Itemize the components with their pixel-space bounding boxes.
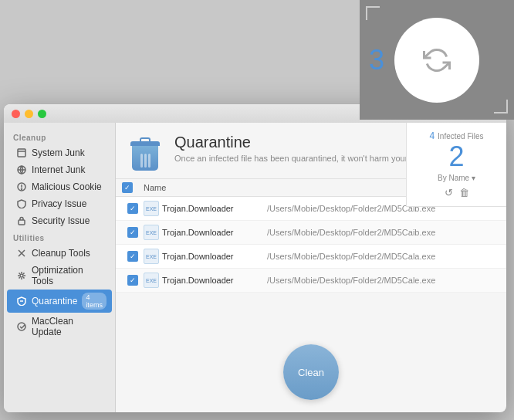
row-checkbox-2[interactable] (122, 227, 144, 238)
svg-point-5 (22, 189, 22, 190)
svg-rect-0 (18, 149, 25, 157)
quarantine-badge: 4 items (82, 293, 107, 310)
close-button[interactable] (12, 110, 20, 118)
sidebar-item-malicious-cookie[interactable]: Malicious Cookie (7, 178, 112, 195)
delete-action-icon[interactable]: 🗑 (459, 187, 469, 198)
security-issue-icon (16, 215, 27, 226)
row-checkbox-1[interactable] (122, 203, 144, 214)
infected-count: 2 (414, 143, 499, 171)
sidebar-item-privacy-issue[interactable]: Privacy Issue (7, 195, 112, 212)
row-name-3: Trojan.Downloader (162, 252, 267, 261)
system-junk-label: System Junk (32, 147, 85, 158)
optimization-tools-label: Optimization Tools (32, 265, 103, 286)
malicious-cookie-label: Malicious Cookie (32, 181, 102, 192)
name-column-header: Name (144, 183, 252, 192)
maximize-button[interactable] (38, 110, 46, 118)
row-checkbox-3[interactable] (122, 251, 144, 262)
optimization-tools-icon (16, 270, 27, 281)
refresh-circle (394, 18, 479, 103)
step-number: 3 (369, 44, 384, 76)
sidebar-item-macclean-update[interactable]: MacClean Update (7, 313, 112, 340)
svg-point-9 (18, 323, 25, 330)
main-content: Cleanup System Junk Internet (4, 123, 506, 412)
sidebar-item-security-issue[interactable]: Security Issue (7, 212, 112, 229)
sidebar-item-quarantine[interactable]: Quarantine 4 items (7, 290, 112, 313)
header-check[interactable] (122, 182, 144, 193)
sidebar: Cleanup System Junk Internet (4, 123, 116, 412)
quarantine-header-icon (128, 134, 165, 171)
cleanup-section-label: Cleanup (4, 129, 115, 144)
cleanup-tools-label: Cleanup Tools (32, 248, 90, 259)
select-all-checkbox[interactable] (122, 182, 133, 193)
svg-rect-6 (19, 220, 25, 225)
infected-label: Infected Files (438, 132, 483, 141)
table-row: EXE Trojan.Downloader /Users/Mobie/Deskt… (116, 269, 506, 293)
system-junk-icon (16, 147, 27, 158)
file-icon-3: EXE (144, 249, 159, 264)
svg-point-7 (20, 274, 23, 277)
clean-button[interactable]: Clean (283, 344, 339, 400)
infected-files-panel: 4 Infected Files 2 By Name ▾ ↺ 🗑 (406, 123, 506, 207)
row-path-4: /Users/Mobie/Desktop/Folder2/MD5Cale.exe (267, 276, 500, 285)
table-row: EXE Trojan.Downloader /Users/Mobie/Deskt… (116, 245, 506, 269)
row-name-4: Trojan.Downloader (162, 276, 267, 285)
right-panel: 4 Infected Files 2 By Name ▾ ↺ 🗑 (116, 123, 506, 412)
internet-junk-icon (16, 164, 27, 175)
sidebar-item-optimization-tools[interactable]: Optimization Tools (7, 262, 112, 290)
refresh-action-icon[interactable]: ↺ (445, 187, 453, 198)
infected-actions: ↺ 🗑 (414, 187, 499, 198)
row-path-3: /Users/Mobie/Desktop/Folder2/MD5Cala.exe (267, 252, 500, 261)
sidebar-item-internet-junk[interactable]: Internet Junk (7, 161, 112, 178)
sidebar-item-cleanup-tools[interactable]: Cleanup Tools (7, 245, 112, 262)
macclean-update-label: MacClean Update (32, 316, 103, 337)
quarantine-icon (16, 296, 27, 307)
internet-junk-label: Internet Junk (32, 164, 85, 175)
utilities-section-label: Utilities (4, 229, 115, 245)
malicious-cookie-icon (16, 181, 27, 192)
refresh-icon (423, 46, 451, 74)
step-4-number: 4 (429, 130, 435, 141)
sidebar-item-system-junk[interactable]: System Junk (7, 144, 112, 161)
security-issue-label: Security Issue (32, 215, 90, 226)
minimize-button[interactable] (25, 110, 33, 118)
row-path-2: /Users/Mobie/Desktop/Folder2/MD5Caib.exe (267, 228, 500, 237)
traffic-lights (12, 110, 46, 118)
privacy-issue-icon (16, 198, 27, 209)
app-window: Cleanup System Junk Internet (4, 104, 506, 412)
row-name-1: Trojan.Downloader (162, 204, 267, 213)
file-icon-1: EXE (144, 201, 159, 216)
cleanup-tools-icon (16, 248, 27, 259)
step-annotation: 3 (360, 0, 514, 120)
quarantine-label: Quarantine (32, 296, 77, 307)
file-icon-2: EXE (144, 225, 159, 240)
table-row: EXE Trojan.Downloader /Users/Mobie/Deskt… (116, 221, 506, 245)
privacy-issue-label: Privacy Issue (32, 198, 86, 209)
row-name-2: Trojan.Downloader (162, 228, 267, 237)
file-icon-4: EXE (144, 273, 159, 288)
clean-button-area: Clean (116, 332, 506, 412)
macclean-update-icon (16, 321, 27, 332)
row-checkbox-4[interactable] (122, 275, 144, 286)
sort-label[interactable]: By Name ▾ (414, 174, 499, 182)
